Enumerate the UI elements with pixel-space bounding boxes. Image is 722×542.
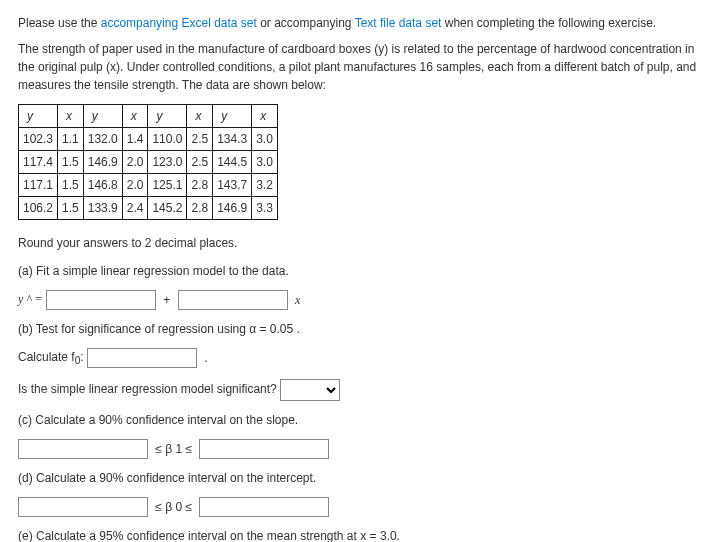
qe-label: (e) Calculate a 95% confidence interval …	[18, 527, 704, 542]
table-body: 102.31.1132.01.4110.02.5134.33.0117.41.5…	[19, 128, 278, 220]
table-cell: 2.8	[187, 197, 213, 220]
intro-mid: or accompanying	[257, 16, 355, 30]
qd-row: ≤ β 0 ≤	[18, 497, 704, 517]
intro-text: Please use the accompanying Excel data s…	[18, 14, 704, 32]
table-cell: 1.5	[58, 151, 84, 174]
qa-equation: y ^ = + x	[18, 290, 704, 310]
th: x	[58, 105, 84, 128]
x-label: x	[295, 291, 300, 309]
qc-label: (c) Calculate a 90% confidence interval …	[18, 411, 704, 429]
table-cell: 146.8	[83, 174, 122, 197]
qa-slope-input[interactable]	[178, 290, 288, 310]
question-a: (a) Fit a simple linear regression model…	[18, 262, 704, 280]
table-cell: 143.7	[213, 174, 252, 197]
qb-label: (b) Test for significance of regression …	[18, 320, 704, 338]
table-cell: 2.8	[187, 174, 213, 197]
table-row: 117.41.5146.92.0123.02.5144.53.0	[19, 151, 278, 174]
table-cell: 3.3	[252, 197, 278, 220]
table-cell: 2.5	[187, 128, 213, 151]
qb2-label: Is the simple linear regression model si…	[18, 382, 277, 396]
table-cell: 132.0	[83, 128, 122, 151]
period: .	[204, 349, 207, 367]
f0-input[interactable]	[87, 348, 197, 368]
problem-description: The strength of paper used in the manufa…	[18, 40, 704, 94]
table-cell: 1.5	[58, 197, 84, 220]
table-cell: 1.1	[58, 128, 84, 151]
qa-label: (a) Fit a simple linear regression model…	[18, 262, 704, 280]
intro-pre: Please use the	[18, 16, 101, 30]
table-cell: 146.9	[213, 197, 252, 220]
qd-mid: ≤ β 0 ≤	[155, 498, 192, 516]
qa-intercept-input[interactable]	[46, 290, 156, 310]
table-cell: 144.5	[213, 151, 252, 174]
table-row: 106.21.5133.92.4145.22.8146.93.3	[19, 197, 278, 220]
table-header-row: y x y x y x y x	[19, 105, 278, 128]
textfile-link[interactable]: Text file data set	[355, 16, 442, 30]
th: y	[19, 105, 58, 128]
table-cell: 117.4	[19, 151, 58, 174]
table-cell: 134.3	[213, 128, 252, 151]
significance-select[interactable]	[280, 379, 340, 401]
calc-pre: Calculate f0:	[18, 350, 84, 364]
th: x	[252, 105, 278, 128]
th: y	[148, 105, 187, 128]
yhat-label: y ^ =	[18, 292, 43, 306]
qd-label: (d) Calculate a 90% confidence interval …	[18, 469, 704, 487]
qc-lower-input[interactable]	[18, 439, 148, 459]
table-row: 117.11.5146.82.0125.12.8143.73.2	[19, 174, 278, 197]
table-cell: 2.4	[122, 197, 148, 220]
table-cell: 2.0	[122, 174, 148, 197]
table-cell: 145.2	[148, 197, 187, 220]
table-cell: 3.2	[252, 174, 278, 197]
th: y	[83, 105, 122, 128]
table-cell: 2.0	[122, 151, 148, 174]
intro-post: when completing the following exercise.	[441, 16, 656, 30]
table-cell: 123.0	[148, 151, 187, 174]
th: x	[122, 105, 148, 128]
data-table: y x y x y x y x 102.31.1132.01.4110.02.5…	[18, 104, 278, 220]
qb-calc: Calculate f0: .	[18, 348, 704, 369]
plus-sign: +	[163, 291, 170, 309]
table-row: 102.31.1132.01.4110.02.5134.33.0	[19, 128, 278, 151]
table-cell: 3.0	[252, 128, 278, 151]
table-cell: 102.3	[19, 128, 58, 151]
excel-link[interactable]: accompanying Excel data set	[101, 16, 257, 30]
qd-lower-input[interactable]	[18, 497, 148, 517]
table-cell: 106.2	[19, 197, 58, 220]
th: x	[187, 105, 213, 128]
qc-mid: ≤ β 1 ≤	[155, 440, 192, 458]
table-cell: 3.0	[252, 151, 278, 174]
table-cell: 2.5	[187, 151, 213, 174]
table-cell: 110.0	[148, 128, 187, 151]
qc-upper-input[interactable]	[199, 439, 329, 459]
table-cell: 146.9	[83, 151, 122, 174]
qb2-row: Is the simple linear regression model si…	[18, 379, 704, 401]
table-cell: 1.5	[58, 174, 84, 197]
qc-row: ≤ β 1 ≤	[18, 439, 704, 459]
table-cell: 1.4	[122, 128, 148, 151]
table-cell: 117.1	[19, 174, 58, 197]
table-cell: 125.1	[148, 174, 187, 197]
table-cell: 133.9	[83, 197, 122, 220]
th: y	[213, 105, 252, 128]
qd-upper-input[interactable]	[199, 497, 329, 517]
round-note: Round your answers to 2 decimal places.	[18, 234, 704, 252]
